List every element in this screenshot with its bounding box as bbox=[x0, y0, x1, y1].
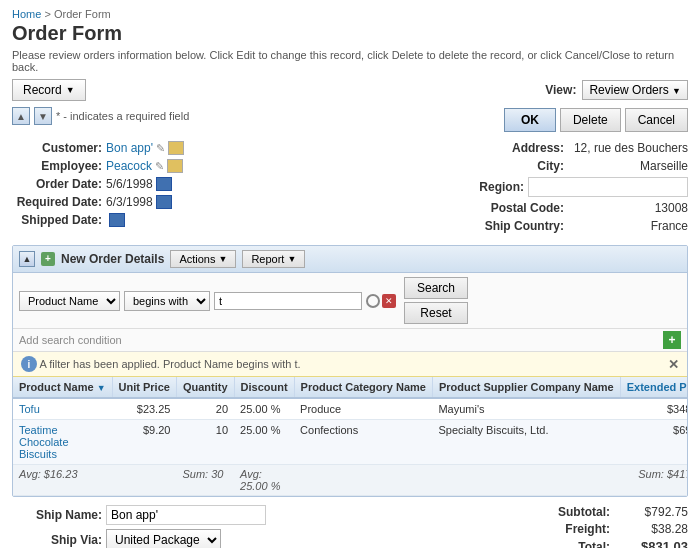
ok-button[interactable]: OK bbox=[504, 108, 556, 132]
new-record-icon: + bbox=[41, 252, 55, 266]
city-value: Marseille bbox=[568, 159, 688, 173]
employee-label: Employee: bbox=[12, 159, 102, 173]
col-quantity: Quantity bbox=[176, 377, 234, 398]
report-dropdown-icon: ▼ bbox=[287, 254, 296, 264]
required-field-note: ▲ ▼ * - indicates a required field bbox=[12, 107, 189, 125]
filter-notice: i A filter has been applied. Product Nam… bbox=[13, 352, 687, 377]
cancel-button[interactable]: Cancel bbox=[625, 108, 688, 132]
shipped-date-picker-icon[interactable] bbox=[109, 213, 125, 227]
nav-up-button[interactable]: ▲ bbox=[12, 107, 30, 125]
ship-via-label: Ship Via: bbox=[12, 533, 102, 547]
address-label: Address: bbox=[474, 141, 564, 155]
filter-operator-select[interactable]: begins with bbox=[124, 291, 210, 311]
category-1: Confections bbox=[294, 420, 432, 465]
unit-price-1: $9.20 bbox=[112, 420, 176, 465]
quantity-1: 10 bbox=[176, 420, 234, 465]
total-label: Total: bbox=[540, 540, 610, 549]
quantity-0: 20 bbox=[176, 398, 234, 420]
supplier-1: Specialty Biscuits, Ltd. bbox=[432, 420, 620, 465]
filter-notice-text: A filter has been applied. Product Name … bbox=[39, 358, 300, 370]
subtotal-label: Subtotal: bbox=[540, 505, 610, 519]
summary-sum-qty: Sum: 30 bbox=[176, 465, 234, 496]
product-link-1[interactable]: Teatime Chocolate Biscuits bbox=[19, 424, 69, 460]
subtotal-value: $792.75 bbox=[618, 505, 688, 519]
category-0: Produce bbox=[294, 398, 432, 420]
ship-name-input[interactable] bbox=[106, 505, 266, 525]
city-label: City: bbox=[474, 159, 564, 173]
product-link-0[interactable]: Tofu bbox=[19, 403, 40, 415]
page-description: Please review orders information below. … bbox=[12, 49, 688, 73]
col-extended-price: Extended Price bbox=[620, 377, 688, 398]
order-date-label: Order Date: bbox=[12, 177, 102, 191]
freight-value: $38.28 bbox=[618, 522, 688, 536]
sort-icon-product: ▼ bbox=[97, 383, 106, 393]
total-value: $831.03 bbox=[618, 539, 688, 548]
order-date-value: 5/6/1998 bbox=[106, 177, 153, 191]
unit-price-0: $23.25 bbox=[112, 398, 176, 420]
employee-edit-icon[interactable]: ✎ bbox=[155, 160, 164, 173]
region-input[interactable] bbox=[528, 177, 688, 197]
table-row: Tofu $23.25 20 25.00 % Produce Mayumi's … bbox=[13, 398, 688, 420]
actions-dropdown-icon: ▼ bbox=[218, 254, 227, 264]
discount-1: 25.00 % bbox=[234, 420, 294, 465]
extended-price-0: $348.75 bbox=[620, 398, 688, 420]
page-title: Order Form bbox=[12, 22, 688, 45]
col-supplier: Product Supplier Company Name bbox=[432, 377, 620, 398]
required-date-value: 6/3/1998 bbox=[106, 195, 153, 209]
add-condition-button[interactable]: + bbox=[663, 331, 681, 349]
delete-button[interactable]: Delete bbox=[560, 108, 621, 132]
subgrid-collapse-button[interactable]: ▲ bbox=[19, 251, 35, 267]
region-label: Region: bbox=[434, 180, 524, 194]
order-details-table: Product Name ▼ Unit Price Quantity Disco… bbox=[13, 377, 688, 496]
customer-edit-icon[interactable]: ✎ bbox=[156, 142, 165, 155]
shipped-date-label: Shipped Date: bbox=[12, 213, 102, 227]
actions-button[interactable]: Actions ▼ bbox=[170, 250, 236, 268]
record-button[interactable]: Record ▼ bbox=[12, 79, 86, 101]
customer-link[interactable]: Bon app' bbox=[106, 141, 153, 155]
report-button[interactable]: Report ▼ bbox=[242, 250, 305, 268]
breadcrumb: Home > Order Form bbox=[12, 8, 688, 20]
breadcrumb-home[interactable]: Home bbox=[12, 8, 41, 20]
customer-label: Customer: bbox=[12, 141, 102, 155]
order-details-subgrid: ▲ + New Order Details Actions ▼ Report ▼… bbox=[12, 245, 688, 497]
nav-down-button[interactable]: ▼ bbox=[34, 107, 52, 125]
filter-field-select[interactable]: Product Name bbox=[19, 291, 120, 311]
discount-0: 25.00 % bbox=[234, 398, 294, 420]
add-condition-text: Add search condition bbox=[19, 334, 122, 346]
summary-sum-extended: Sum: $417.75 bbox=[620, 465, 688, 496]
freight-label: Freight: bbox=[540, 522, 610, 536]
ship-via-select[interactable]: United Package bbox=[106, 529, 221, 548]
postal-code-label: Postal Code: bbox=[474, 201, 564, 215]
summary-row: Avg: $16.23 Sum: 30 Avg: 25.00 % Sum: $4… bbox=[13, 465, 688, 496]
summary-avg-discount: Avg: 25.00 % bbox=[234, 465, 294, 496]
col-unit-price: Unit Price bbox=[112, 377, 176, 398]
required-date-label: Required Date: bbox=[12, 195, 102, 209]
employee-link[interactable]: Peacock bbox=[106, 159, 152, 173]
filter-info-icon: i bbox=[21, 356, 37, 372]
reset-button[interactable]: Reset bbox=[404, 302, 468, 324]
col-category: Product Category Name bbox=[294, 377, 432, 398]
employee-lookup-icon[interactable] bbox=[167, 159, 183, 173]
required-note-text: * - indicates a required field bbox=[56, 110, 189, 122]
view-dropdown-icon: ▼ bbox=[672, 86, 681, 96]
filter-value-input[interactable] bbox=[214, 292, 362, 310]
view-select[interactable]: Review Orders ▼ bbox=[582, 80, 688, 100]
breadcrumb-current: Order Form bbox=[54, 8, 111, 20]
col-product-name: Product Name ▼ bbox=[13, 377, 112, 398]
supplier-0: Mayumi's bbox=[432, 398, 620, 420]
order-date-picker-icon[interactable] bbox=[156, 177, 172, 191]
filter-search-icon bbox=[366, 294, 380, 308]
ship-country-label: Ship Country: bbox=[474, 219, 564, 233]
ship-name-label: Ship Name: bbox=[12, 508, 102, 522]
customer-lookup-icon[interactable] bbox=[168, 141, 184, 155]
filter-notice-close-button[interactable]: ✕ bbox=[668, 357, 679, 372]
address-value: 12, rue des Bouchers bbox=[568, 141, 688, 155]
filter-clear-icon[interactable]: ✕ bbox=[382, 294, 396, 308]
subgrid-title: New Order Details bbox=[61, 252, 164, 266]
view-label: View: bbox=[545, 83, 576, 97]
record-dropdown-icon: ▼ bbox=[66, 85, 75, 95]
search-button[interactable]: Search bbox=[404, 277, 468, 299]
postal-code-value: 13008 bbox=[568, 201, 688, 215]
required-date-picker-icon[interactable] bbox=[156, 195, 172, 209]
col-discount: Discount bbox=[234, 377, 294, 398]
